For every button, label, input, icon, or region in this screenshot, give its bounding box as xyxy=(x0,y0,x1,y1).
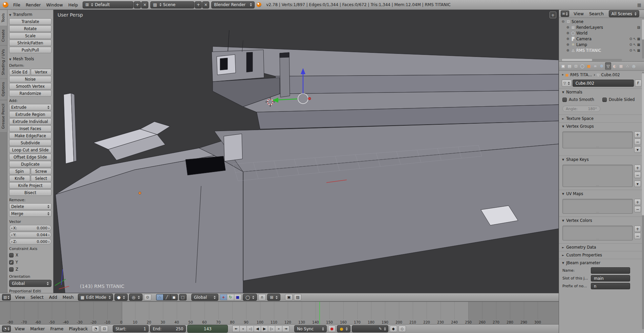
timeline-menu-item[interactable]: View xyxy=(12,326,28,332)
outliner-row[interactable]: ⊕☼Lamp⊙↖▦ xyxy=(559,42,644,47)
tool-button[interactable]: Duplicate xyxy=(9,161,51,167)
tab-constraints[interactable]: ∞ xyxy=(592,62,598,70)
play-button[interactable]: ▶ xyxy=(261,326,268,332)
uv-maps-list[interactable] xyxy=(562,199,633,214)
lock-time-cursor-toggle[interactable]: ⊡ xyxy=(101,326,108,332)
shape-keys-panel-header[interactable]: Shape Keys xyxy=(559,155,644,163)
tab-world[interactable]: ◯ xyxy=(579,62,585,70)
tool-button[interactable]: Shrink/Fatten xyxy=(9,40,51,46)
tab-render-layers[interactable]: ▤ xyxy=(566,62,573,70)
expander-icon[interactable]: ⊕ xyxy=(566,37,570,41)
next-keyframe-button[interactable]: » xyxy=(275,326,282,332)
jbeam-panel-header[interactable]: JBeam parameter xyxy=(559,259,644,267)
viewport-menu-item[interactable]: View xyxy=(12,294,28,300)
timeline-menu-item[interactable]: Marker xyxy=(27,326,47,332)
vertex-group-specials-button[interactable]: ▾ xyxy=(634,146,641,153)
delete-scene-button[interactable]: × xyxy=(202,1,209,8)
scene-dropdown[interactable]: ▤ Scene xyxy=(150,1,194,8)
tool-menu-button[interactable]: Delete xyxy=(9,203,51,210)
expander-icon[interactable]: ⊕ xyxy=(566,25,570,29)
snap-element-dropdown[interactable]: ⊞ xyxy=(267,294,280,301)
auto-smooth-row[interactable]: Auto Smooth xyxy=(562,97,601,103)
proportional-edit-dropdown[interactable]: ◯ xyxy=(243,294,257,301)
expander-icon[interactable]: ⊕ xyxy=(566,31,570,35)
topbar-menu-item[interactable]: File xyxy=(10,2,23,8)
toolshelf-tab[interactable]: Grease Pencil xyxy=(0,100,7,132)
tab-modifiers[interactable]: ⚙ xyxy=(599,62,605,70)
toolshelf-tab[interactable]: Options xyxy=(0,79,7,100)
outliner-scrollbar[interactable] xyxy=(642,19,644,59)
tab-texture[interactable]: ▦ xyxy=(618,62,624,70)
jbeam-prefix-input[interactable]: n xyxy=(591,283,630,289)
fake-user-button[interactable]: F xyxy=(635,80,642,87)
tool-button[interactable]: Make Edge/Face xyxy=(9,132,51,139)
pin-icon[interactable]: ⌖ xyxy=(562,73,564,77)
expander-icon[interactable]: ⊕ xyxy=(566,43,570,46)
geometry-data-panel-header[interactable]: Geometry Data xyxy=(559,243,644,251)
auto-keying-dropdown[interactable]: ● xyxy=(337,325,350,332)
tool-button[interactable]: Smooth Vertex xyxy=(9,83,51,89)
tool-button[interactable]: Rotate xyxy=(9,25,51,32)
cursor-icon[interactable]: ↖ xyxy=(633,37,636,41)
delete-screen-layout-button[interactable]: × xyxy=(141,1,148,8)
pivot-align-toggle[interactable]: ⊙ xyxy=(144,294,151,300)
double-sided-row[interactable]: Double Sided xyxy=(602,97,641,103)
vector-number-field[interactable]: ◂Z:0.000▸ xyxy=(9,238,51,245)
tab-object[interactable]: ■ xyxy=(586,62,592,70)
tool-button[interactable]: Push/Pull xyxy=(9,47,51,53)
pivot-center-dropdown[interactable]: ◎ xyxy=(129,294,142,301)
add-uv-map-button[interactable]: + xyxy=(634,199,641,205)
remove-uv-map-button[interactable]: − xyxy=(634,206,641,212)
timeline-editor-type-button[interactable]: ◔ xyxy=(2,326,11,332)
double-sided-checkbox[interactable] xyxy=(602,98,607,102)
extrude-menu-button[interactable]: Extrude xyxy=(9,104,51,110)
texture-space-panel-header[interactable]: Texture Space xyxy=(559,115,644,122)
add-screen-layout-button[interactable]: + xyxy=(134,1,141,8)
tool-button[interactable]: Vertex xyxy=(31,69,52,75)
active-keying-set-field[interactable]: ✎ xyxy=(352,325,388,332)
tool-button[interactable]: Randomize xyxy=(9,90,51,97)
timeline-menu-item[interactable]: Playback xyxy=(66,326,90,332)
screen-layout-dropdown[interactable]: ⊞ Default xyxy=(83,1,133,8)
shape-keys-list[interactable] xyxy=(562,165,633,187)
outliner-menu-item[interactable]: View xyxy=(571,11,586,17)
open-properties-region-button[interactable]: + xyxy=(550,12,556,18)
topbar-menu-item[interactable]: Help xyxy=(66,2,81,8)
blender-logo-icon[interactable] xyxy=(3,2,8,8)
tool-menu-button[interactable]: Merge xyxy=(9,210,51,217)
tab-scene[interactable]: ⊡ xyxy=(573,62,579,70)
outliner-row[interactable]: ⊕▤RenderLayers▨ xyxy=(559,24,644,30)
uv-maps-panel-header[interactable]: UV Maps xyxy=(559,190,644,197)
outliner-row[interactable]: ⊖⊡Scene xyxy=(559,19,644,24)
viewport-menu-item[interactable]: Mesh xyxy=(60,294,77,300)
cursor-icon[interactable]: ↖ xyxy=(633,43,636,46)
axis-checkbox[interactable] xyxy=(9,260,14,265)
vertex-groups-panel-header[interactable]: Vertex Groups xyxy=(559,122,644,130)
render-opengl-anim-button[interactable]: ▨ xyxy=(294,294,301,300)
remove-vertex-color-button[interactable]: − xyxy=(634,233,641,239)
topbar-menu-item[interactable]: Render xyxy=(23,2,44,8)
next-frame-button[interactable]: ▷ xyxy=(268,326,275,332)
outliner-menu-item[interactable]: Search xyxy=(586,11,606,17)
viewport-menu-item[interactable]: Select xyxy=(28,294,46,300)
add-shape-key-button[interactable]: + xyxy=(634,165,641,171)
occlude-geometry-toggle[interactable]: □ xyxy=(179,294,187,300)
tool-button[interactable]: Screw xyxy=(31,168,52,174)
outliner-filter-dropdown[interactable]: All Scenes xyxy=(609,10,640,17)
breadcrumb-object-label[interactable]: RMS TITA... xyxy=(570,72,592,77)
vertex-groups-list[interactable] xyxy=(562,131,633,148)
tab-render[interactable]: ▣ xyxy=(560,62,566,70)
timeline-strip[interactable]: -80-70-60-50-40-30-20-100102030405060708… xyxy=(0,301,559,325)
viewport-menu-item[interactable]: Add xyxy=(46,294,60,300)
add-vertex-group-button[interactable]: + xyxy=(634,131,641,138)
face-select-button[interactable]: ◼ xyxy=(170,294,178,300)
remove-shape-key-button[interactable]: − xyxy=(634,172,641,178)
shape-key-specials-button[interactable]: ▾ xyxy=(634,181,641,187)
record-button[interactable]: ● xyxy=(328,326,336,332)
outliner-row[interactable]: ⊕△RMS TITANIC⊙↖▦ xyxy=(559,47,644,53)
transform-panel-header[interactable]: Transform xyxy=(9,12,51,17)
tool-button[interactable]: Subdivide xyxy=(9,140,51,146)
cursor-icon[interactable]: ↖ xyxy=(633,48,636,52)
remove-vertex-group-button[interactable]: − xyxy=(634,139,641,145)
jbeam-name-input[interactable] xyxy=(591,267,630,274)
